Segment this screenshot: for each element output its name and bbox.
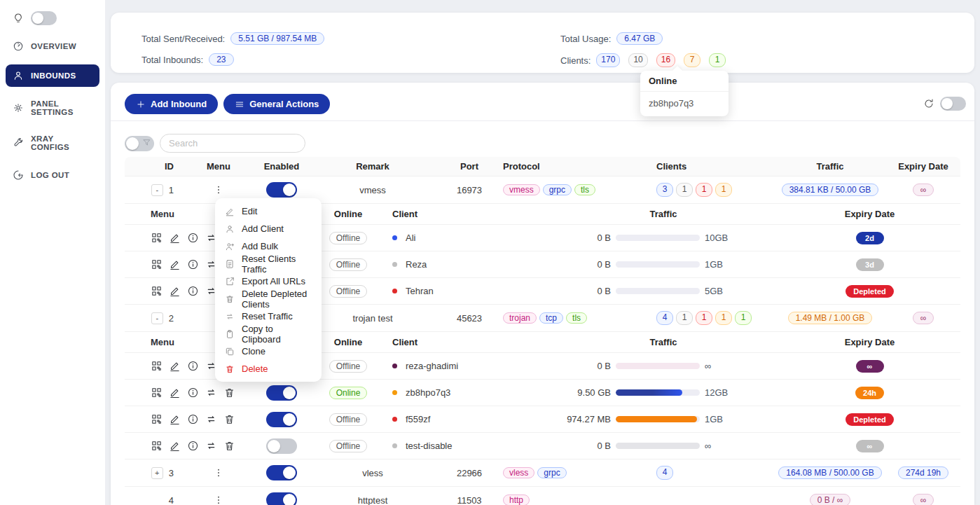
sidebar-item-logout[interactable]: LOG OUT [6, 164, 99, 186]
traffic-cap: ∞ [705, 361, 711, 371]
edit-icon[interactable] [169, 360, 181, 372]
auto-refresh-toggle[interactable] [940, 97, 966, 111]
total-sent-received-value: 5.51 GB / 987.54 MB [230, 32, 324, 45]
inbound-id: 3 [169, 468, 174, 478]
qr-code-icon[interactable] [151, 232, 163, 244]
total-usage-label: Total Usage: [560, 34, 611, 44]
enabled-toggle[interactable] [266, 492, 297, 505]
row-menu-button[interactable] [213, 467, 224, 478]
menu-item-add-client[interactable]: Add Client [215, 220, 322, 237]
expand-button[interactable]: + [151, 467, 163, 479]
info-icon[interactable] [187, 232, 199, 244]
total-usage-value: 6.47 GB [616, 32, 663, 45]
client-count-expiring[interactable]: 7 [684, 53, 701, 67]
client-count-depleted[interactable]: 16 [656, 53, 675, 67]
info-icon[interactable] [187, 387, 199, 399]
edit-icon[interactable] [169, 285, 181, 297]
info-icon[interactable] [187, 360, 199, 372]
traffic-cap: 5GB [705, 286, 723, 296]
menu-item-reset-traffic[interactable]: Reset Traffic [215, 307, 322, 325]
enabled-toggle[interactable] [266, 465, 297, 480]
inbound-port: 11503 [436, 495, 503, 505]
qr-code-icon[interactable] [151, 413, 163, 425]
search-input[interactable] [160, 134, 305, 153]
menu-item-reset-clients-traffic[interactable]: Reset Clients Traffic [215, 255, 322, 272]
menu-item-delete[interactable]: Delete [215, 360, 322, 378]
client-count-badge: 3 [656, 183, 673, 197]
traffic-progress-bar [616, 443, 700, 449]
general-actions-button[interactable]: General Actions [223, 94, 330, 114]
add-inbound-button[interactable]: Add Inbound [125, 94, 218, 114]
inbound-id: 1 [169, 185, 174, 195]
info-icon[interactable] [187, 413, 199, 425]
expiry-badge: 2d [856, 232, 884, 244]
person-icon [13, 70, 24, 81]
enabled-toggle[interactable] [266, 182, 297, 198]
person-plus-icon [225, 242, 235, 251]
hamburger-icon [235, 99, 244, 109]
expiry-badge: Depleted [846, 285, 893, 298]
expiry-badge: ∞ [913, 184, 934, 196]
row-menu-button[interactable] [213, 184, 224, 195]
qr-code-icon[interactable] [151, 360, 163, 372]
reset-traffic-icon[interactable] [205, 387, 217, 399]
menu-item-clone[interactable]: Clone [215, 343, 322, 360]
info-icon[interactable] [187, 440, 199, 452]
protocol-tag: vmess [503, 184, 540, 195]
clipboard-icon [225, 329, 235, 339]
edit-icon[interactable] [169, 440, 181, 452]
client-count-online[interactable]: 1 [709, 53, 726, 67]
delete-icon[interactable] [223, 413, 235, 425]
reset-traffic-icon[interactable] [205, 440, 217, 452]
menu-item-delete-depleted-clients[interactable]: Delete Depleted Clients [215, 290, 322, 307]
expiry-badge: 24h [855, 387, 884, 399]
client-enabled-toggle[interactable] [266, 438, 297, 454]
client-color-dot [392, 364, 397, 368]
sidebar-item-panel-settings[interactable]: PANEL SETTINGS [6, 94, 99, 122]
protocol-tag: trojan [503, 312, 537, 324]
info-icon[interactable] [187, 285, 199, 297]
total-sent-received-label: Total Sent/Received: [142, 34, 225, 44]
client-enabled-toggle[interactable] [266, 412, 297, 427]
row-menu-button[interactable] [213, 494, 224, 505]
client-count-deactive[interactable]: 10 [628, 53, 647, 67]
col-header-enabled: Enabled [254, 161, 310, 172]
popover-title: Online [640, 71, 729, 92]
edit-icon[interactable] [169, 387, 181, 399]
col-header-id: ID [125, 161, 184, 172]
refresh-icon[interactable] [923, 98, 934, 109]
plus-icon [136, 99, 146, 109]
menu-item-edit[interactable]: Edit [215, 202, 322, 220]
sidebar-item-xray-configs[interactable]: XRAY CONFIGS [6, 129, 99, 157]
theme-toggle[interactable] [31, 11, 57, 25]
sidebar-item-overview[interactable]: OVERVIEW [6, 35, 99, 57]
online-status-badge: Online [329, 387, 368, 399]
delete-icon[interactable] [223, 387, 235, 399]
qr-code-icon[interactable] [151, 440, 163, 452]
edit-icon[interactable] [169, 232, 181, 244]
qr-code-icon[interactable] [151, 387, 163, 399]
traffic-used: 9.50 GB [548, 387, 611, 398]
collapse-button[interactable]: - [151, 312, 163, 324]
filter-toggle[interactable] [125, 136, 154, 151]
reset-traffic-icon[interactable] [205, 413, 217, 425]
client-count-total[interactable]: 170 [596, 53, 620, 67]
delete-icon[interactable] [223, 440, 235, 452]
traffic-progress-fill [616, 389, 682, 396]
online-status-badge: Offline [329, 258, 367, 271]
stats-card: Total Sent/Received: 5.51 GB / 987.54 MB… [111, 13, 974, 73]
menu-item-export-all-urls[interactable]: Export All URLs [215, 272, 322, 290]
collapse-button[interactable]: - [151, 184, 163, 196]
online-status-badge: Offline [329, 440, 367, 452]
edit-icon[interactable] [169, 258, 181, 270]
traffic-cap: 12GB [705, 387, 728, 398]
qr-code-icon[interactable] [151, 258, 163, 270]
qr-code-icon[interactable] [151, 285, 163, 297]
inbound-row-4: 4 httptest 11503 http 0 B / ∞ ∞ [125, 487, 960, 505]
client-enabled-toggle[interactable] [266, 385, 297, 401]
menu-item-add-bulk[interactable]: Add Bulk [215, 237, 322, 255]
sidebar-item-inbounds[interactable]: INBOUNDS [6, 64, 99, 87]
edit-icon[interactable] [169, 413, 181, 425]
info-icon[interactable] [187, 258, 199, 270]
menu-item-copy-to-clipboard[interactable]: Copy to Clipboard [215, 325, 322, 343]
